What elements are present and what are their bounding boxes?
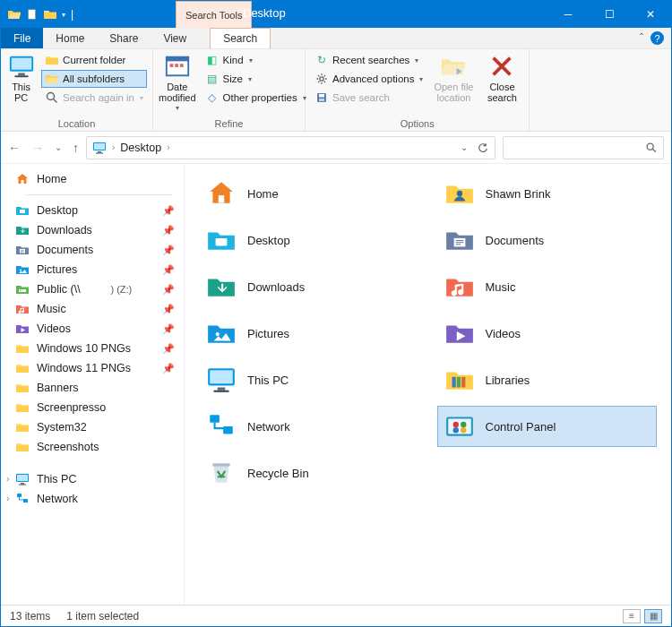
nav-quick-public-[interactable]: Public (\\) (Z:)📌 — [4, 279, 180, 299]
pin-icon: 📌 — [162, 304, 175, 315]
item-home[interactable]: Home — [199, 173, 419, 214]
nav-item-label: Downloads — [37, 224, 92, 236]
item-libraries[interactable]: Libraries — [437, 359, 658, 400]
monitor-icon — [206, 365, 237, 395]
status-bar: 13 items 1 item selected ≡ ▦ — [1, 605, 671, 626]
pin-icon: 📌 — [162, 323, 175, 335]
current-folder-button[interactable]: Current folder — [41, 51, 147, 69]
qat-customize-icon[interactable]: ▾ — [62, 11, 65, 19]
nav-this-pc[interactable]: This PC — [4, 469, 180, 489]
up-button[interactable]: ↑ — [73, 141, 79, 155]
open-file-location-button: Open file location — [432, 51, 475, 103]
nav-quick-pictures[interactable]: Pictures📌 — [4, 260, 180, 279]
advanced-options-button[interactable]: Advanced options — [311, 70, 426, 88]
maximize-button[interactable]: ☐ — [589, 1, 630, 28]
qat-folder-icon[interactable] — [42, 6, 58, 22]
recent-searches-button[interactable]: ↻Recent searches — [311, 51, 426, 69]
nav-network[interactable]: Network — [4, 489, 180, 509]
nav-quick-downloads[interactable]: Downloads📌 — [4, 220, 180, 240]
tab-file[interactable]: File — [1, 28, 43, 48]
window-title: Desktop — [243, 6, 286, 20]
item-label: Documents — [486, 234, 545, 247]
item-label: Desktop — [247, 234, 290, 247]
nav-quick-documents[interactable]: Documents📌 — [4, 240, 180, 260]
address-bar[interactable]: › Desktop › ⌄ — [86, 136, 495, 159]
tab-view[interactable]: View — [151, 28, 199, 48]
user-folder-icon — [444, 178, 475, 209]
nav-item-label: Pictures — [37, 263, 77, 276]
nav-item-label: Music — [37, 303, 66, 315]
tab-share[interactable]: Share — [97, 28, 151, 48]
folder-icon — [15, 400, 30, 415]
pictures-lg-icon — [206, 318, 237, 348]
pin-icon: 📌 — [162, 225, 175, 236]
kind-button[interactable]: ◧Kind — [202, 51, 310, 69]
nav-quick-videos[interactable]: Videos📌 — [4, 319, 180, 339]
item-music[interactable]: Music — [437, 266, 658, 307]
tab-home[interactable]: Home — [43, 28, 97, 48]
ribbon-group-options: ↻Recent searches Advanced options Save s… — [306, 49, 530, 131]
desktop-icon — [15, 203, 30, 218]
pin-icon: 📌 — [162, 264, 175, 276]
nav-item-label: Public (\\ — [37, 283, 81, 296]
refresh-icon[interactable] — [477, 142, 489, 154]
item-label: Shawn Brink — [486, 187, 551, 201]
desktop-lg-icon — [206, 225, 237, 255]
item-documents[interactable]: Documents — [437, 219, 658, 261]
back-button[interactable]: ← — [8, 141, 21, 155]
nav-home[interactable]: Home — [4, 169, 180, 189]
nav-quick-screenpresso[interactable]: Screenpresso — [4, 398, 180, 417]
nav-quick-windows-10-pngs[interactable]: Windows 10 PNGs📌 — [4, 339, 180, 358]
this-pc-button[interactable]: This PC — [6, 51, 36, 103]
close-button[interactable]: ✕ — [630, 1, 671, 28]
tab-search[interactable]: Search — [210, 28, 271, 48]
nav-quick-banners[interactable]: Banners — [4, 378, 180, 398]
nav-quick-screenshots[interactable]: Screenshots — [4, 437, 180, 457]
view-details-button[interactable]: ≡ — [623, 609, 641, 623]
help-icon[interactable]: ? — [650, 31, 664, 45]
item-shawn-brink[interactable]: Shawn Brink — [437, 173, 658, 214]
search-box[interactable] — [503, 136, 664, 159]
home-lg-icon — [206, 178, 237, 209]
nav-quick-desktop[interactable]: Desktop📌 — [4, 201, 180, 220]
minimize-button[interactable]: ─ — [547, 1, 589, 28]
close-search-button[interactable]: Close search — [480, 51, 523, 103]
network-lg-icon — [206, 411, 237, 442]
date-modified-button[interactable]: Date modified ▾ — [159, 51, 196, 113]
save-search-button[interactable]: Save search — [311, 89, 426, 107]
view-tiles-button[interactable]: ▦ — [644, 609, 662, 623]
qat-document-icon[interactable] — [24, 6, 40, 22]
ribbon-collapse-icon[interactable]: ˆ — [640, 32, 643, 45]
content-area[interactable]: HomeShawn BrinkDesktopDocumentsDownloads… — [185, 164, 671, 605]
nav-item-label: Videos — [37, 322, 71, 335]
item-network[interactable]: Network — [199, 406, 419, 447]
music-lg-icon — [444, 271, 475, 302]
chevron-right-icon[interactable]: › — [112, 142, 115, 152]
chevron-right-icon[interactable]: › — [167, 142, 169, 152]
breadcrumb-desktop[interactable]: Desktop — [120, 142, 161, 154]
forward-button[interactable]: → — [31, 141, 44, 155]
item-videos[interactable]: Videos — [437, 313, 658, 354]
address-dropdown-icon[interactable]: ⌄ — [461, 142, 468, 152]
contextual-tab-search-tools: Search Tools — [176, 1, 252, 28]
folder-icon — [15, 381, 30, 395]
search-again-in-button[interactable]: Search again in — [41, 89, 147, 107]
size-button[interactable]: ▤Size — [202, 70, 310, 88]
recent-locations-button[interactable]: ⌄ — [55, 142, 62, 152]
item-desktop[interactable]: Desktop — [199, 219, 419, 261]
other-properties-button[interactable]: ◇Other properties — [202, 89, 310, 107]
nav-quick-system32[interactable]: System32 — [4, 417, 180, 437]
navigation-pane[interactable]: Home Desktop📌Downloads📌Documents📌Picture… — [1, 164, 185, 605]
item-downloads[interactable]: Downloads — [199, 266, 419, 307]
item-pictures[interactable]: Pictures — [199, 313, 419, 354]
item-control-panel[interactable]: Control Panel — [437, 406, 658, 447]
this-pc-label: This PC — [12, 82, 30, 103]
search-icon — [645, 142, 658, 154]
all-subfolders-button[interactable]: All subfolders — [41, 70, 147, 88]
nav-quick-music[interactable]: Music📌 — [4, 299, 180, 319]
item-this-pc[interactable]: This PC — [199, 359, 419, 400]
nav-quick-windows-11-pngs[interactable]: Windows 11 PNGs📌 — [4, 358, 180, 378]
item-recycle-bin[interactable]: Recycle Bin — [199, 452, 419, 494]
nav-item-label: Desktop — [37, 204, 78, 217]
music-icon — [15, 302, 30, 316]
